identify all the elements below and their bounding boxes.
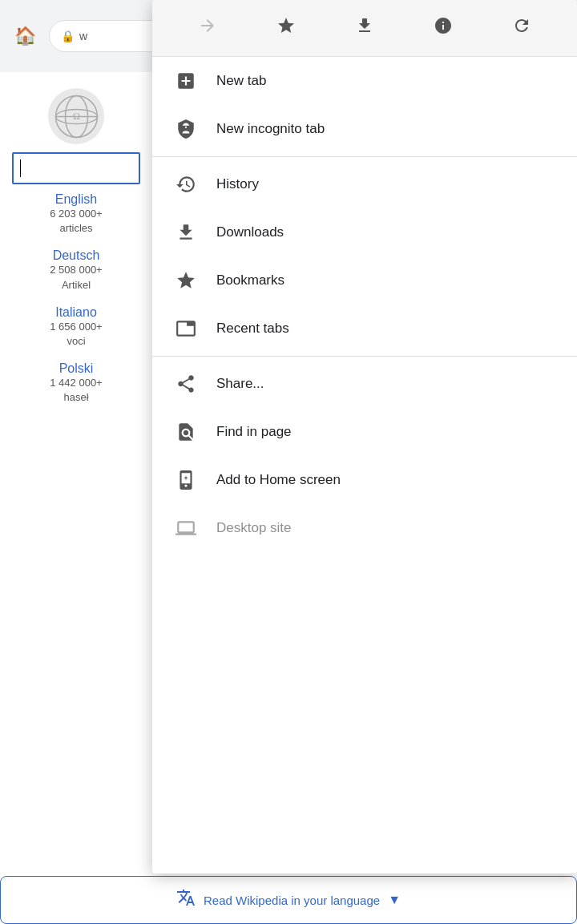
- info-circle-icon[interactable]: [426, 11, 461, 45]
- lang-count-italiano: 1 656 000+ voci: [8, 320, 144, 349]
- lang-item-polski[interactable]: Polski 1 442 000+ haseł: [8, 361, 144, 405]
- downloads-label: Downloads: [216, 224, 284, 240]
- recent-tabs-label: Recent tabs: [216, 321, 289, 337]
- download-arrow-icon[interactable]: [347, 11, 382, 45]
- new-tab-label: New tab: [216, 73, 266, 89]
- divider-1: [152, 156, 577, 157]
- menu-item-recent-tabs[interactable]: Recent tabs: [152, 305, 577, 353]
- find-in-page-label: Find in page: [216, 424, 292, 440]
- menu-item-desktop-site[interactable]: Desktop site: [152, 504, 577, 552]
- wiki-search-box[interactable]: [12, 152, 140, 184]
- menu-item-new-incognito-tab[interactable]: New incognito tab: [152, 105, 577, 153]
- address-text: w: [79, 30, 87, 42]
- share-label: Share...: [216, 376, 264, 392]
- lang-count-english: 6 203 000+ articles: [8, 207, 144, 236]
- find-in-page-icon: [175, 421, 197, 443]
- star-icon[interactable]: [268, 11, 304, 45]
- incognito-icon: [175, 118, 197, 140]
- share-icon: [175, 373, 197, 395]
- bookmarks-label: Bookmarks: [216, 272, 284, 288]
- menu-item-new-tab[interactable]: New tab: [152, 57, 577, 105]
- menu-item-add-to-home-screen[interactable]: Add to Home screen: [152, 456, 577, 504]
- lang-name-polski: Polski: [8, 361, 144, 376]
- menu-item-find-in-page[interactable]: Find in page: [152, 408, 577, 456]
- lang-name-deutsch: Deutsch: [8, 248, 144, 263]
- menu-top-bar: [152, 0, 577, 57]
- menu-item-downloads[interactable]: Downloads: [152, 208, 577, 256]
- lang-item-english[interactable]: English 6 203 000+ articles: [8, 192, 144, 236]
- divider-2: [152, 356, 577, 357]
- lang-name-italiano: Italiano: [8, 305, 144, 320]
- menu-item-bookmarks[interactable]: Bookmarks: [152, 256, 577, 305]
- new-incognito-tab-label: New incognito tab: [216, 121, 325, 137]
- chrome-menu: New tab New incognito tab History: [152, 0, 577, 874]
- wiki-globe: Ω: [48, 88, 104, 144]
- banner-text: Read Wikipedia in your language: [204, 894, 380, 907]
- svg-text:Ω: Ω: [73, 111, 80, 122]
- new-tab-icon: [175, 70, 197, 92]
- desktop-site-icon: [175, 517, 197, 539]
- menu-item-history[interactable]: History: [152, 160, 577, 208]
- lang-count-polski: 1 442 000+ haseł: [8, 376, 144, 405]
- lang-name-english: English: [8, 192, 144, 207]
- history-icon: [175, 173, 197, 196]
- translate-icon: [176, 888, 196, 912]
- home-icon[interactable]: 🏠: [8, 19, 42, 53]
- add-to-home-screen-icon: [175, 469, 197, 491]
- history-label: History: [216, 176, 259, 192]
- downloads-icon: [175, 221, 197, 244]
- chevron-down-icon: ▼: [388, 893, 401, 907]
- wikipedia-language-banner[interactable]: Read Wikipedia in your language ▼: [0, 876, 577, 924]
- lock-icon: 🔒: [61, 30, 75, 42]
- bookmarks-star-icon: [175, 269, 197, 292]
- reload-icon[interactable]: [504, 11, 539, 45]
- wiki-content: Ω English 6 203 000+ articles Deutsch 2 …: [0, 72, 152, 876]
- add-to-home-screen-label: Add to Home screen: [216, 472, 341, 488]
- forward-icon[interactable]: [190, 11, 225, 45]
- lang-count-deutsch: 2 508 000+ Artikel: [8, 263, 144, 292]
- text-cursor: [20, 159, 21, 177]
- menu-item-share[interactable]: Share...: [152, 360, 577, 408]
- desktop-site-label: Desktop site: [216, 520, 292, 536]
- lang-item-deutsch[interactable]: Deutsch 2 508 000+ Artikel: [8, 248, 144, 292]
- lang-item-italiano[interactable]: Italiano 1 656 000+ voci: [8, 305, 144, 349]
- recent-tabs-icon: [175, 317, 197, 340]
